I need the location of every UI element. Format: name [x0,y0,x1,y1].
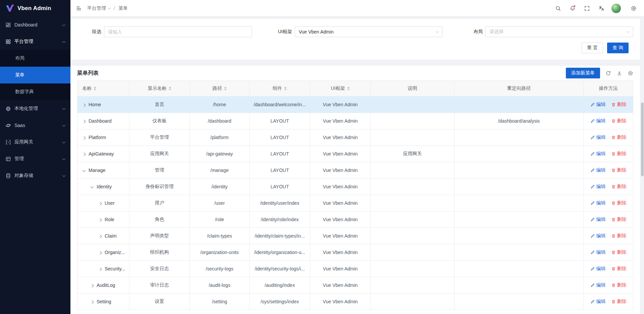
column-settings-icon[interactable] [627,70,633,76]
edit-button[interactable]: 编辑 [590,134,606,140]
delete-button[interactable]: 删除 [611,216,627,223]
cell-redirect [454,228,584,244]
edit-button[interactable]: 编辑 [590,266,606,272]
table-row[interactable]: Platform 平台管理 /platform LAYOUT Vue Vben … [77,129,633,146]
row-expand-icon[interactable] [83,169,86,172]
edit-button[interactable]: 编辑 [590,233,606,239]
breadcrumb-item-platform[interactable]: 平台管理 [87,5,110,11]
delete-button[interactable]: 删除 [611,299,627,305]
search-icon[interactable] [552,3,564,14]
delete-button[interactable]: 删除 [611,249,627,255]
edit-button[interactable]: 编辑 [590,299,606,305]
delete-button[interactable]: 删除 [611,102,627,108]
table-row[interactable]: Manage 管理 /manage LAYOUT Vue Vben Admin … [77,162,633,179]
delete-button[interactable]: 删除 [611,184,627,190]
delete-button[interactable]: 删除 [611,118,627,124]
sidebar-item-menu[interactable]: 菜单 [0,67,70,83]
cell-path: /role [190,211,250,228]
query-button[interactable]: 查 询 [607,43,629,53]
row-expand-icon[interactable] [99,218,102,222]
edit-button[interactable]: 编辑 [590,184,606,190]
sidebar-item-localization[interactable]: 本地化管理 [0,100,70,117]
row-expand-icon[interactable] [99,251,102,255]
table-row[interactable]: Setting 设置 /setting /sys/settings/index … [77,294,633,310]
sidebar-item-layout[interactable]: 布局 [0,50,70,67]
delete-button[interactable]: 删除 [611,134,627,140]
row-expand-icon[interactable] [91,301,94,304]
sidebar: Vben Admin Dashboard [0,0,70,314]
sidebar-item-platform-management[interactable]: 平台管理 [0,33,70,50]
table-row[interactable]: Dashboard 仪表板 /dashboard LAYOUT Vue Vben… [77,113,633,129]
sort-icon[interactable] [94,86,96,90]
row-expand-icon[interactable] [83,136,86,140]
row-expand-icon[interactable] [99,268,102,271]
scrollbar-thumb[interactable] [641,103,644,176]
delete-button[interactable]: 删除 [611,200,627,206]
edit-button[interactable]: 编辑 [590,102,606,108]
column-header-path[interactable]: 路径 [190,81,250,97]
edit-button[interactable]: 编辑 [590,216,606,223]
sidebar-item-saas[interactable]: Saas [0,117,70,134]
table-row[interactable]: Claim 声明类型 /claim-types /identity/claim-… [77,228,633,244]
table-row[interactable]: Organiz... 组织机构 /organization-units /ide… [77,244,633,261]
table-row[interactable]: Home 首页 /home /dashboard/welcome/in... V… [77,97,633,113]
import-icon[interactable] [616,70,622,76]
column-header-component[interactable]: 组件 [250,81,310,97]
edit-button[interactable]: 编辑 [590,151,606,157]
edit-button[interactable]: 编辑 [590,249,606,255]
table-row[interactable]: Role 角色 /role /identity/role/index Vue V… [77,211,633,228]
sidebar-item-management[interactable]: 管理 [0,150,70,167]
delete-button[interactable]: 删除 [611,233,627,239]
sidebar-item-data-dictionary[interactable]: 数据字典 [0,83,70,100]
gateway-icon [5,139,11,145]
add-menu-button[interactable]: 添加新菜单 [566,68,600,78]
table-row[interactable]: ApiGateway 应用网关 /api-gateway LAYOUT Vue … [77,146,633,162]
row-expand-icon[interactable] [99,202,102,205]
table-row[interactable]: AuditLog 审计日志 /audit-logs /auditing/inde… [77,277,633,294]
reset-button[interactable]: 重 置 [582,43,603,53]
table-row[interactable]: Identity 身份标识管理 /identity LAYOUT Vue Vbe… [77,179,633,195]
column-header-display-name[interactable]: 显示名称 [129,81,190,97]
cell-ui-framework: Vue Vben Admin [310,277,371,294]
table-row[interactable]: Security... 安全日志 /security-logs /identit… [77,261,633,277]
logo[interactable]: Vben Admin [0,0,70,16]
row-expand-icon[interactable] [83,104,86,107]
sidebar-item-dashboard[interactable]: Dashboard [0,16,70,33]
delete-button[interactable]: 删除 [611,266,627,272]
cell-path: /home [190,97,250,113]
notification-icon[interactable] [567,3,578,14]
row-expand-icon[interactable] [91,284,94,288]
chevron-down-icon [62,174,66,177]
sidebar-item-object-storage[interactable]: 对象存储 [0,167,70,184]
page-scrollbar[interactable] [641,0,644,314]
layout-select[interactable]: 请选择 [485,26,633,37]
edit-button[interactable]: 编辑 [590,118,606,124]
refresh-icon[interactable] [605,70,611,76]
delete-button[interactable]: 删除 [611,167,627,173]
row-expand-icon[interactable] [91,185,94,188]
table-row[interactable]: User 用户 /user /identity/user/index Vue V… [77,195,633,211]
row-expand-icon[interactable] [83,120,86,123]
keyword-input[interactable] [104,26,252,37]
column-header-ui-framework[interactable]: UI框架 [310,81,371,97]
delete-button[interactable]: 删除 [611,151,627,157]
translate-icon[interactable] [596,3,607,14]
row-expand-icon[interactable] [83,153,86,156]
ui-framework-select[interactable]: Vue Vben Admin [295,26,443,37]
edit-button[interactable]: 编辑 [590,200,606,206]
menu-name-text: AuditLog [97,282,115,288]
column-header-name[interactable]: 名称 [77,81,129,97]
row-expand-icon[interactable] [99,235,102,238]
sidebar-item-api-gateway[interactable]: 应用网关 [0,134,70,150]
fullscreen-icon[interactable] [581,3,593,14]
sort-icon[interactable] [284,86,287,90]
settings-gear-icon[interactable] [628,3,639,14]
edit-button[interactable]: 编辑 [590,167,606,173]
edit-button[interactable]: 编辑 [590,282,606,288]
delete-button[interactable]: 删除 [611,282,627,288]
sort-icon[interactable] [347,86,350,90]
sidebar-collapse-icon[interactable] [73,3,85,14]
avatar[interactable] [611,4,621,13]
sort-icon[interactable] [169,86,171,90]
sort-icon[interactable] [224,86,227,90]
